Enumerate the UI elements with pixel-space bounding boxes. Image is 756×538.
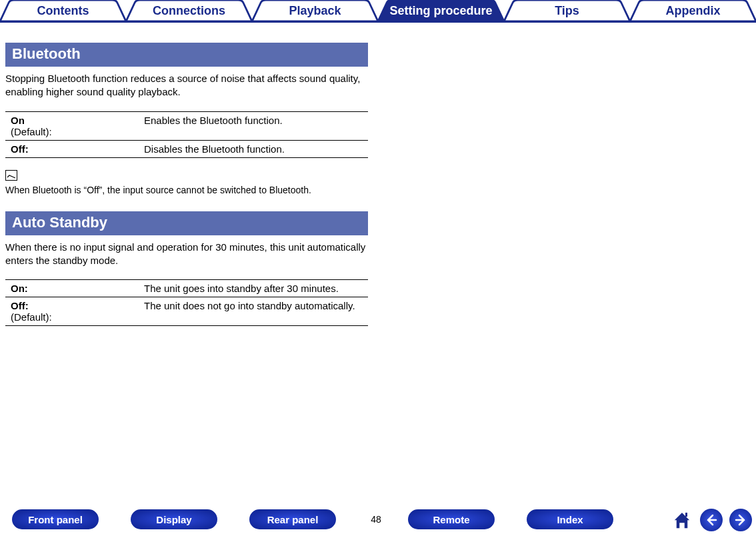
tab-playback[interactable]: Playback (252, 0, 378, 21)
home-icon (671, 509, 693, 531)
footer-link-rear-panel[interactable]: Rear panel (249, 509, 336, 529)
footer-link-front-panel[interactable]: Front panel (12, 509, 99, 529)
svg-rect-0 (685, 513, 687, 517)
bluetooth-note: When Bluetooth is “Off”, the input sourc… (5, 170, 368, 195)
arrow-left-icon (705, 514, 717, 526)
prev-page-button[interactable] (700, 509, 723, 531)
footer-link-display[interactable]: Display (131, 509, 217, 529)
table-row: Off: (Default): The unit does not go int… (5, 297, 368, 326)
tab-tips[interactable]: Tips (504, 0, 630, 21)
table-row: Off: Disables the Bluetooth function. (5, 140, 368, 157)
pill-label: Rear panel (267, 514, 319, 525)
option-label: On (11, 115, 25, 126)
tab-contents[interactable]: Contents (0, 0, 126, 21)
option-label-extra: (Default): (11, 311, 52, 323)
tab-connections[interactable]: Connections (126, 0, 252, 21)
option-label: On: (11, 283, 28, 294)
tab-label: Tips (555, 4, 579, 18)
pill-label: Remote (433, 514, 469, 525)
autostandby-options-table: On: The unit goes into standby after 30 … (5, 279, 368, 326)
section-title-bluetooth: Bluetooth (5, 43, 368, 67)
pill-label: Front panel (28, 514, 83, 525)
tab-setting-procedure[interactable]: Setting procedure (378, 0, 504, 21)
nav-icons (671, 509, 752, 531)
footer-link-index[interactable]: Index (527, 509, 613, 529)
section-desc-autostandby: When there is no input signal and operat… (5, 241, 368, 268)
bottom-bar: Front panel Display Rear panel 48 Remote… (0, 507, 756, 531)
option-label-extra: (Default): (11, 126, 52, 137)
tab-label: Connections (153, 4, 225, 18)
tab-label: Appendix (665, 4, 720, 18)
footer-link-remote[interactable]: Remote (408, 509, 495, 529)
pill-label: Display (156, 514, 191, 525)
arrow-right-icon (735, 514, 747, 526)
note-text: When Bluetooth is “Off”, the input sourc… (5, 185, 311, 195)
option-value: Enables the Bluetooth function. (139, 111, 368, 140)
tab-label: Contents (37, 4, 89, 18)
tab-label: Setting procedure (389, 4, 492, 18)
table-row: On (Default): Enables the Bluetooth func… (5, 111, 368, 140)
option-label: Off: (11, 143, 29, 155)
bluetooth-options-table: On (Default): Enables the Bluetooth func… (5, 111, 368, 158)
top-tab-bar: Contents Connections Playback Setting pr… (0, 0, 756, 23)
section-title-autostandby: Auto Standby (5, 211, 368, 235)
main-content: Bluetooth Stopping Bluetooth function re… (0, 23, 373, 326)
section-desc-bluetooth: Stopping Bluetooth function reduces a so… (5, 72, 368, 99)
option-value: Disables the Bluetooth function. (139, 140, 368, 157)
page-number: 48 (356, 514, 396, 525)
option-value: The unit does not go into standby automa… (139, 297, 368, 326)
pill-label: Index (557, 514, 583, 525)
note-icon (5, 170, 17, 181)
next-page-button[interactable] (729, 509, 752, 531)
tab-appendix[interactable]: Appendix (630, 0, 756, 21)
tab-label: Playback (289, 4, 341, 18)
option-value: The unit goes into standby after 30 minu… (139, 280, 368, 297)
table-row: On: The unit goes into standby after 30 … (5, 280, 368, 297)
option-label: Off: (11, 300, 29, 311)
home-button[interactable] (671, 509, 693, 531)
